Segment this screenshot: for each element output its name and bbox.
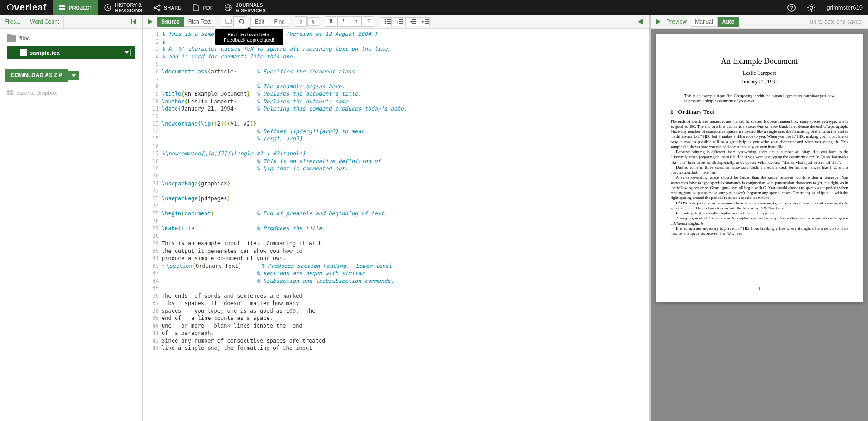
svg-point-28 — [384, 23, 386, 24]
doc-section-heading: 1 Ordinary Text — [671, 108, 848, 116]
doc-date: January 21, 1994 — [671, 78, 848, 85]
settings-button[interactable] — [801, 0, 821, 15]
expand-right-button[interactable] — [634, 18, 646, 25]
page-number: 1 — [656, 286, 863, 291]
folder-root[interactable]: files — [7, 33, 135, 44]
svg-point-26 — [384, 21, 386, 22]
manual-button[interactable]: Manual — [691, 17, 717, 27]
top-toolbar: Overleaf PROJECT HISTORY &REVISIONS SHAR… — [0, 0, 868, 15]
richtext-button[interactable]: Rich Text — [184, 17, 215, 27]
indent-icon — [422, 19, 429, 24]
svg-rect-25 — [387, 19, 391, 20]
user-menu[interactable]: grimmster619 — [821, 0, 868, 15]
nav-pdf[interactable]: PDF — [187, 0, 218, 15]
chevron-down-icon — [72, 74, 76, 77]
folder-icon — [7, 35, 16, 42]
gear-icon — [807, 3, 816, 12]
svg-text:?: ? — [790, 5, 793, 11]
doc-abstract: This is an example input file. Comparing… — [684, 93, 834, 104]
svg-point-13 — [810, 6, 813, 9]
list-ol-icon: 123 — [397, 19, 403, 24]
nav-history[interactable]: HISTORY &REVISIONS — [98, 0, 148, 15]
svg-rect-38 — [412, 23, 416, 24]
sidebar-collapse-button[interactable] — [127, 18, 142, 26]
code-editor[interactable]: 1234567891011121314151617181920212223242… — [143, 29, 649, 421]
auto-button[interactable]: Auto — [718, 17, 739, 27]
overleaf-logo[interactable]: Overleaf — [0, 0, 53, 15]
svg-rect-0 — [59, 5, 62, 7]
subsection-button[interactable]: § — [307, 17, 319, 26]
richtext-tooltip: Rich Text is in beta. Feedback appreciat… — [215, 29, 283, 45]
preview-toolbar: Preview Manual Auto up-to-date and saved — [651, 15, 868, 29]
svg-rect-35 — [399, 23, 403, 24]
code-content[interactable]: % This is a sample LaTeX input file. (Ve… — [162, 29, 407, 421]
svg-rect-39 — [425, 19, 429, 20]
bullet-list-button[interactable] — [380, 17, 392, 26]
pdf-viewer[interactable]: An Example Document Leslie Lamport Janua… — [651, 29, 868, 421]
big-pi-button[interactable]: Π — [363, 16, 374, 27]
preview-pane: Preview Manual Auto up-to-date and saved… — [651, 15, 868, 421]
nav-project[interactable]: PROJECT — [53, 0, 98, 15]
line-gutter: 1234567891011121314151617181920212223242… — [143, 29, 162, 421]
triangle-right-icon — [147, 18, 153, 25]
number-list-button[interactable]: 123 — [393, 17, 404, 26]
svg-line-18 — [808, 5, 809, 5]
edit-button[interactable]: Edit — [250, 17, 269, 27]
find-button[interactable]: Find — [270, 17, 289, 27]
triangle-left-icon — [637, 18, 643, 25]
save-dropbox-button[interactable]: Save to Dropbox — [0, 87, 142, 99]
section-button[interactable]: § — [295, 16, 307, 27]
file-sidebar: Files... Word Count files sample.tex DOW… — [0, 15, 143, 421]
help-button[interactable]: ? — [782, 0, 801, 15]
outdent-icon — [410, 19, 416, 24]
nav-journals[interactable]: JOURNALS& SERVICES — [218, 0, 271, 15]
outdent-button[interactable] — [405, 17, 417, 26]
svg-line-19 — [813, 10, 814, 10]
collapse-left-icon — [130, 18, 139, 26]
indent-button[interactable] — [418, 17, 430, 26]
undo-history-icon — [238, 18, 245, 25]
globe-icon — [224, 3, 233, 12]
editor-pane: Source Rich Text + Edit Find § § B I π Π… — [143, 15, 651, 421]
bold-button[interactable]: B — [325, 16, 336, 27]
svg-text:3: 3 — [397, 23, 398, 24]
pdf-icon — [192, 4, 200, 12]
preview-recompile-button[interactable]: Preview — [663, 18, 690, 25]
chevron-down-icon — [125, 51, 129, 54]
svg-point-24 — [384, 19, 386, 20]
share-icon — [153, 4, 161, 12]
preview-expand-button[interactable] — [653, 18, 663, 25]
save-status: up-to-date and saved — [810, 19, 865, 25]
pi-button[interactable]: π — [350, 16, 362, 27]
doc-author: Leslie Lamport — [671, 70, 848, 77]
svg-line-20 — [808, 10, 809, 10]
pdf-page-1: An Example Document Leslie Lamport Janua… — [656, 34, 863, 302]
download-zip-button[interactable]: DOWNLOAD AS ZIP — [5, 69, 68, 82]
svg-rect-27 — [387, 21, 391, 22]
svg-rect-36 — [412, 19, 416, 20]
nav-share[interactable]: SHARE — [148, 0, 187, 15]
comment-button[interactable]: + — [221, 17, 232, 27]
file-options-dropdown[interactable] — [123, 49, 131, 56]
svg-rect-40 — [425, 21, 429, 22]
italic-button[interactable]: I — [337, 16, 349, 27]
wordcount-tab[interactable]: Word Count — [25, 16, 64, 28]
history-icon — [103, 3, 112, 12]
svg-rect-1 — [62, 5, 65, 7]
svg-rect-33 — [399, 21, 403, 22]
doc-title: An Example Document — [671, 57, 848, 66]
expand-left-button[interactable] — [145, 18, 155, 25]
file-icon — [20, 49, 27, 56]
history-button[interactable] — [233, 16, 245, 27]
svg-rect-22 — [131, 19, 132, 24]
svg-rect-41 — [425, 23, 429, 24]
help-icon: ? — [787, 3, 796, 12]
download-options-dropdown[interactable] — [68, 71, 79, 80]
source-button[interactable]: Source — [157, 17, 184, 27]
files-tab[interactable]: Files... — [0, 16, 25, 28]
svg-rect-3 — [62, 8, 65, 10]
doc-body: The ends of words and sentences are mark… — [671, 119, 848, 237]
svg-rect-29 — [387, 23, 391, 24]
dropbox-icon — [6, 90, 14, 96]
file-sample-tex[interactable]: sample.tex — [7, 46, 135, 59]
